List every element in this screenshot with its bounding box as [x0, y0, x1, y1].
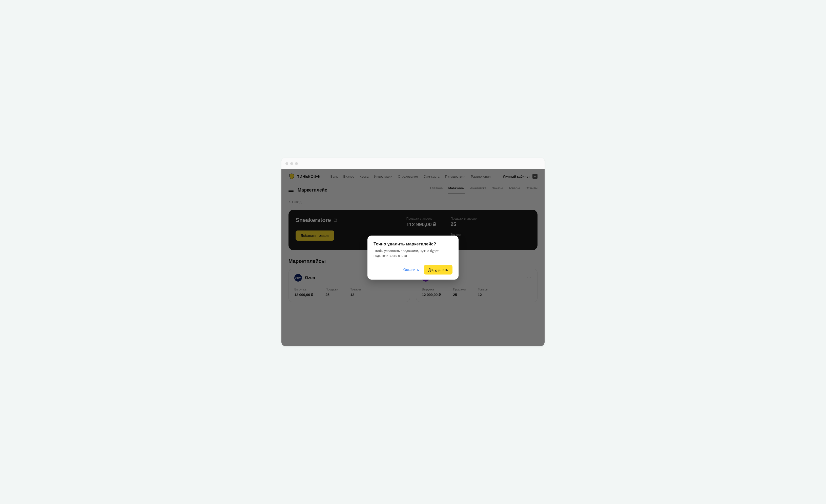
- minimize-dot[interactable]: [290, 162, 293, 165]
- modal-actions: Оставить Да, удалить: [373, 265, 453, 274]
- confirm-delete-modal: Точно удалить маркетплейс? Чтобы управля…: [367, 236, 459, 279]
- window-titlebar: [281, 158, 545, 169]
- modal-body: Чтобы управлять продажами, нужно будет п…: [373, 249, 453, 258]
- app-surface: ТИНЬКОФФ Банк Бизнес Касса Инвестиции Ст…: [281, 169, 545, 346]
- maximize-dot[interactable]: [295, 162, 298, 165]
- confirm-delete-button[interactable]: Да, удалить: [424, 265, 453, 274]
- modal-overlay[interactable]: Точно удалить маркетплейс? Чтобы управля…: [281, 169, 545, 346]
- cancel-button[interactable]: Оставить: [402, 265, 420, 274]
- traffic-lights: [286, 162, 298, 165]
- close-dot[interactable]: [286, 162, 288, 165]
- modal-title: Точно удалить маркетплейс?: [373, 242, 453, 247]
- browser-frame: ТИНЬКОФФ Банк Бизнес Касса Инвестиции Ст…: [281, 158, 545, 346]
